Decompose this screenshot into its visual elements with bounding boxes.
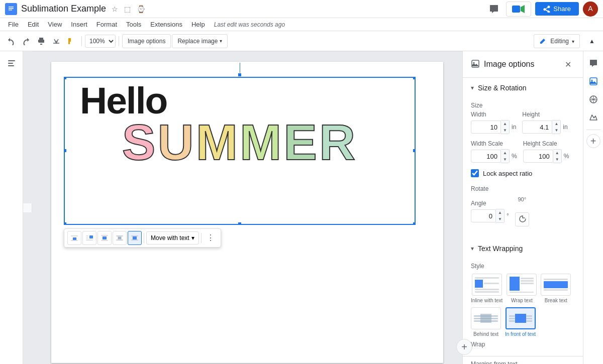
wrap-text-label: Wrap text bbox=[511, 298, 533, 303]
width-label: Width bbox=[471, 111, 516, 118]
angle-unit: ° bbox=[507, 212, 509, 219]
editing-label: Editing bbox=[550, 38, 569, 45]
wrap-inline-option[interactable]: Inline with text bbox=[471, 274, 502, 303]
wrap-break-icon[interactable] bbox=[97, 231, 112, 245]
svg-rect-3 bbox=[9, 10, 12, 11]
avatar[interactable] bbox=[583, 2, 598, 17]
angle-decrement[interactable]: ▼ bbox=[496, 216, 504, 222]
more-options-button[interactable]: ⋮ bbox=[204, 231, 218, 245]
add-icon: + bbox=[461, 341, 462, 353]
add-page-button[interactable]: + bbox=[456, 339, 462, 355]
panel-close-button[interactable]: ✕ bbox=[561, 57, 575, 71]
resize-handle-top-right[interactable] bbox=[413, 77, 416, 80]
svg-marker-5 bbox=[521, 5, 525, 13]
move-with-text-button[interactable]: Move with text ▾ bbox=[146, 231, 199, 245]
wrap-behind-icon[interactable] bbox=[113, 231, 127, 245]
menu-insert[interactable]: Insert bbox=[67, 19, 91, 30]
width-scale-decrement[interactable]: ▼ bbox=[501, 156, 509, 163]
replace-chevron-icon: ▾ bbox=[220, 38, 222, 44]
editing-button[interactable]: Editing bbox=[534, 34, 580, 48]
width-decrement[interactable]: ▼ bbox=[501, 127, 509, 134]
comments-strip-button[interactable] bbox=[585, 55, 601, 71]
resize-handle-bot-center[interactable] bbox=[238, 222, 242, 225]
links-strip-button[interactable] bbox=[585, 91, 601, 107]
menu-view[interactable]: View bbox=[44, 19, 66, 30]
wrap-inline-icon[interactable] bbox=[67, 231, 81, 245]
zoom-select[interactable]: 100% 75% 125% 150% bbox=[85, 35, 116, 48]
share-button[interactable]: Share bbox=[535, 2, 579, 16]
star-icon[interactable]: ☆ bbox=[110, 4, 120, 15]
menu-format[interactable]: Format bbox=[92, 19, 121, 30]
svg-rect-4 bbox=[512, 6, 520, 13]
menu-edit[interactable]: Edit bbox=[24, 19, 43, 30]
svg-rect-11 bbox=[71, 235, 78, 236]
height-input[interactable] bbox=[522, 120, 552, 134]
wrap-text-option[interactable]: Wrap text bbox=[507, 274, 537, 303]
letter-S: S bbox=[122, 117, 158, 167]
inline-toolbar: Move with text ▾ ⋮ bbox=[64, 228, 221, 248]
resize-handle-mid-right[interactable] bbox=[413, 149, 416, 153]
menu-file[interactable]: File bbox=[4, 19, 23, 30]
width-scale-input[interactable] bbox=[471, 150, 501, 163]
wrap-wrap-icon[interactable] bbox=[82, 231, 96, 245]
height-scale-decrement[interactable]: ▼ bbox=[553, 156, 561, 163]
replace-image-button[interactable]: Replace image ▾ bbox=[172, 34, 228, 48]
wrap-break-option[interactable]: Break text bbox=[541, 274, 571, 303]
height-decrement[interactable]: ▼ bbox=[552, 127, 560, 134]
resize-handle-top-left[interactable] bbox=[64, 77, 67, 80]
letter-R: R bbox=[319, 117, 357, 167]
menu-tools[interactable]: Tools bbox=[122, 19, 145, 30]
rotate-90-button[interactable] bbox=[515, 212, 529, 226]
angle-input-group: ▲ ▼ ° bbox=[471, 209, 509, 223]
rotate-label: Rotate bbox=[471, 185, 575, 192]
width-scale-increment[interactable]: ▲ bbox=[501, 150, 509, 156]
doc-title: Sublimation Example bbox=[21, 4, 106, 14]
outline-button[interactable] bbox=[4, 55, 20, 71]
angle-increment[interactable]: ▲ bbox=[496, 209, 504, 216]
menu-help[interactable]: Help bbox=[187, 19, 209, 30]
top-anchor[interactable] bbox=[238, 63, 242, 77]
hello-text: Hello bbox=[65, 78, 415, 119]
undo-button[interactable] bbox=[4, 34, 18, 48]
print-button[interactable] bbox=[34, 34, 48, 48]
selected-image[interactable]: Hello S U M M E R bbox=[64, 77, 416, 225]
resize-handle-bot-left[interactable] bbox=[64, 222, 67, 225]
resize-handle-mid-left[interactable] bbox=[64, 149, 67, 153]
height-scale-input[interactable] bbox=[523, 150, 553, 163]
height-scale-increment[interactable]: ▲ bbox=[553, 150, 561, 156]
move-with-text-label: Move with text bbox=[151, 234, 189, 241]
meet-button[interactable] bbox=[506, 2, 531, 17]
add-strip-button[interactable]: + bbox=[586, 134, 600, 148]
menu-extensions[interactable]: Extensions bbox=[146, 19, 186, 30]
maps-strip-button[interactable] bbox=[585, 109, 601, 126]
panel-image-icon bbox=[471, 59, 480, 70]
version-history-icon[interactable]: ⌚ bbox=[135, 4, 147, 15]
angle-input[interactable] bbox=[471, 209, 496, 222]
comment-button[interactable] bbox=[486, 1, 502, 17]
lock-aspect-label[interactable]: Lock aspect ratio bbox=[483, 170, 532, 177]
width-field: Width ▲ ▼ in bbox=[471, 111, 516, 134]
paint-button[interactable] bbox=[64, 34, 78, 48]
lock-aspect-checkbox[interactable] bbox=[471, 169, 479, 177]
width-input[interactable] bbox=[471, 120, 501, 134]
image-options-strip-button[interactable] bbox=[585, 73, 601, 89]
last-edit: Last edit was seconds ago bbox=[214, 21, 285, 28]
wrap-front-option[interactable]: In front of text bbox=[505, 307, 536, 337]
spellcheck-button[interactable] bbox=[49, 34, 63, 48]
height-increment[interactable]: ▲ bbox=[552, 120, 560, 127]
wrap-behind-option[interactable]: Behind text bbox=[471, 307, 501, 337]
right-panel: Image options ✕ ▾ Size & Rotation Size W… bbox=[462, 51, 583, 364]
dots-icon: ⋮ bbox=[207, 233, 215, 242]
width-increment[interactable]: ▲ bbox=[501, 120, 509, 127]
left-ruler: 1 2 3 4 5 6 7 bbox=[23, 203, 32, 212]
add-to-drive-icon[interactable]: ⬚ bbox=[123, 4, 132, 15]
wrap-front-icon[interactable] bbox=[128, 231, 142, 245]
redo-button[interactable] bbox=[19, 34, 33, 48]
size-rotation-header[interactable]: ▾ Size & Rotation bbox=[463, 78, 583, 98]
panel-header: Image options ✕ bbox=[463, 51, 583, 78]
text-wrapping-header[interactable]: ▾ Text Wrapping bbox=[463, 238, 583, 259]
resize-handle-bot-right[interactable] bbox=[413, 222, 416, 225]
image-options-button[interactable]: Image options bbox=[122, 34, 171, 48]
collapse-toolbar-button[interactable]: ▲ bbox=[585, 34, 599, 48]
svg-rect-27 bbox=[133, 236, 137, 239]
